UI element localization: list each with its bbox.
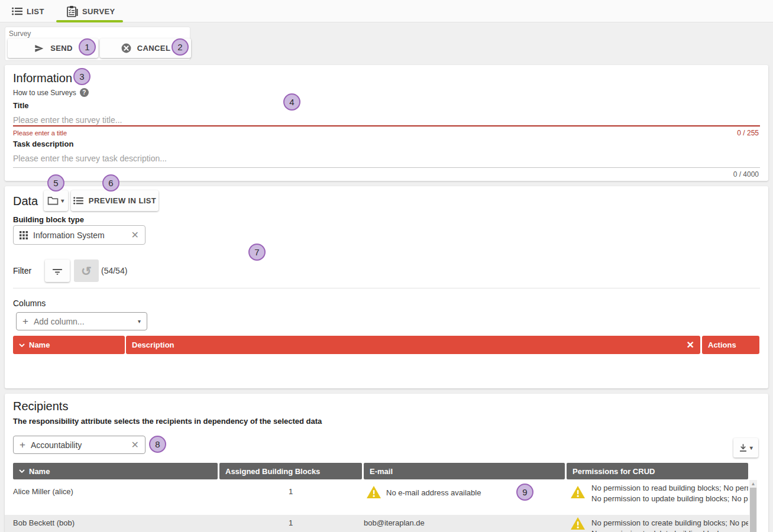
preview-in-list-label: PREVIEW IN LIST (89, 196, 156, 205)
title-char-counter: 0 / 255 (737, 129, 759, 137)
building-block-type-value: Information System (33, 231, 126, 240)
building-block-type-chip[interactable]: Information System ✕ (13, 225, 145, 245)
recipients-header-permissions-label: Permissions for CRUD (573, 467, 655, 476)
title-error-text: Please enter a title (13, 129, 67, 137)
send-icon (33, 44, 45, 53)
plus-icon: + (22, 316, 28, 327)
recipients-header-name[interactable]: Name (13, 463, 218, 479)
warning-icon (367, 486, 381, 498)
recipients-header-permissions[interactable]: Permissions for CRUD (567, 463, 748, 479)
annotation-badge-8: 8 (149, 436, 166, 453)
tab-list-label: LIST (27, 7, 44, 16)
recipients-subtitle: The responsibility attribute selects the… (13, 417, 322, 426)
annotation-badge-3: 3 (73, 68, 90, 85)
help-icon[interactable]: ? (80, 88, 89, 97)
warning-icon (571, 517, 585, 530)
information-card: Information How to use Surveys ? Title P… (5, 65, 768, 181)
task-description-input[interactable]: Please enter the survey task description… (13, 154, 167, 163)
recipient-email: bob@iteraplan.de (364, 518, 500, 527)
filter-label: Filter (13, 266, 31, 275)
annotation-badge-7: 7 (248, 244, 266, 261)
undo-icon: ↺ (81, 265, 92, 277)
sort-chevron-down-icon (19, 469, 25, 473)
column-header-actions-label: Actions (708, 340, 736, 349)
list-icon (12, 7, 22, 15)
chevron-down-icon: ▾ (138, 318, 141, 325)
survey-toolbar-panel: Survey SEND CANCEL (5, 27, 190, 61)
scrollbar-up-arrow-icon[interactable]: ▲ (749, 481, 757, 486)
annotation-badge-1: 1 (79, 38, 96, 56)
download-button[interactable]: ▾ (733, 438, 758, 458)
filter-count: (54/54) (101, 266, 127, 275)
list-icon (73, 197, 83, 205)
plus-icon: + (20, 439, 25, 451)
recipient-permission-line: No permission to read building blocks; N… (591, 484, 748, 492)
table-row-bob[interactable]: Bob Beckett (bob) 1 bob@iteraplan.de No … (5, 515, 749, 532)
remove-column-icon[interactable]: ✕ (687, 339, 694, 351)
recipient-assigned-count: 1 (219, 518, 362, 527)
filter-icon (52, 267, 63, 275)
tab-list[interactable]: LIST (12, 0, 44, 22)
title-input[interactable]: Please enter the survey title... (13, 115, 122, 125)
recipients-header-email-label: E-mail (370, 467, 393, 476)
tab-survey-label: SURVEY (82, 7, 115, 16)
column-header-name-label: Name (29, 340, 50, 349)
remove-attribute-icon[interactable]: ✕ (131, 439, 139, 450)
how-to-use-surveys-link[interactable]: How to use Surveys ? (13, 88, 89, 97)
recipients-header-assigned[interactable]: Assigned Building Blocks (219, 463, 362, 479)
cancel-circle-icon (121, 43, 132, 54)
preview-in-list-button[interactable]: PREVIEW IN LIST (71, 190, 159, 211)
chevron-down-icon: ▾ (61, 197, 64, 204)
download-icon (739, 443, 748, 453)
responsibility-attribute-chip[interactable]: + Accountability ✕ (13, 436, 145, 454)
tab-survey[interactable]: SURVEY (56, 0, 123, 22)
recipients-card: Recipients The responsibility attribute … (5, 394, 768, 532)
send-button-label: SEND (50, 44, 73, 53)
saved-queries-folder-button[interactable]: ▾ (44, 190, 68, 211)
recipient-permission-line: No permission to create building blocks;… (591, 518, 748, 527)
add-column-select[interactable]: + Add column... ▾ (16, 312, 147, 330)
recipient-permission-line: No permission to delete building blocks (591, 529, 748, 532)
building-block-type-label: Building block type (13, 215, 84, 224)
chevron-down-icon: ▾ (750, 445, 753, 451)
columns-label: Columns (13, 299, 46, 308)
column-header-description-label: Description (132, 340, 683, 349)
sort-chevron-down-icon (19, 343, 25, 347)
recipients-header-email[interactable]: E-mail (364, 463, 565, 479)
information-heading: Information (13, 72, 72, 85)
top-tab-bar: LIST SURVEY (0, 0, 773, 22)
attribute-chip-value: Accountability (31, 440, 126, 450)
warning-icon (571, 486, 585, 498)
recipients-header-assigned-label: Assigned Building Blocks (225, 467, 320, 476)
recipients-heading: Recipients (13, 400, 68, 413)
table-row-alice[interactable]: Alice Miller (alice) 1 No e-mail address… (5, 480, 749, 515)
task-description-label: Task description (13, 140, 73, 148)
remove-building-block-type-icon[interactable]: ✕ (131, 229, 139, 241)
help-link-label: How to use Surveys (13, 89, 76, 97)
recipients-header-name-label: Name (29, 467, 50, 476)
table-scrollbar[interactable]: ▲ (749, 480, 757, 532)
column-header-name[interactable]: Name (13, 336, 125, 354)
grid-icon (20, 231, 28, 239)
annotation-badge-9: 9 (516, 484, 533, 501)
recipient-email: No e-mail address available (386, 488, 522, 497)
title-input-underline (13, 125, 760, 126)
column-header-description[interactable]: Description ✕ (126, 336, 700, 354)
divider (13, 288, 760, 288)
folder-icon (47, 196, 59, 205)
scrollbar-thumb[interactable] (750, 488, 756, 532)
active-tab-underline (56, 20, 123, 22)
recipient-assigned-count: 1 (219, 487, 362, 496)
undo-filter-button[interactable]: ↺ (74, 259, 99, 282)
recipient-name: Bob Beckett (bob) (13, 518, 214, 527)
filter-button[interactable] (45, 259, 70, 282)
add-column-placeholder: Add column... (34, 317, 132, 326)
annotation-badge-4: 4 (283, 93, 300, 111)
task-char-counter: 0 / 4000 (733, 170, 759, 179)
annotation-badge-2: 2 (172, 38, 189, 56)
survey-clipboard-icon (67, 5, 78, 18)
annotation-badge-5: 5 (47, 174, 64, 192)
survey-panel-label: Survey (9, 30, 31, 38)
cancel-button-label: CANCEL (137, 44, 171, 53)
column-header-actions[interactable]: Actions (702, 336, 759, 354)
